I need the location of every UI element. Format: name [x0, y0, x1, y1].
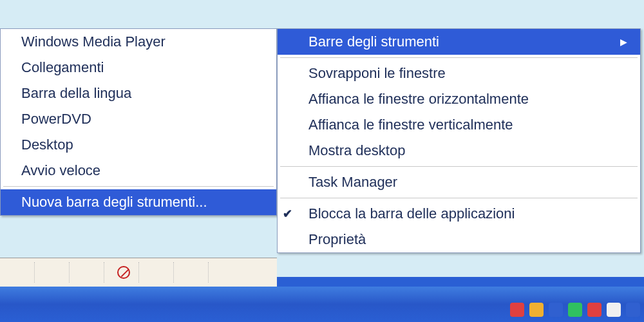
menu-item-label: Barra della lingua	[21, 85, 131, 102]
menu-separator	[280, 166, 638, 167]
menu-item-toolbars[interactable]: Barre degli strumenti ▶	[278, 29, 640, 55]
menu-item-label: Barre degli strumenti	[308, 33, 439, 50]
submenu-item-language-bar[interactable]: Barra della lingua	[1, 80, 276, 106]
tray-icon[interactable]	[607, 303, 621, 317]
submenu-item-desktop[interactable]: Desktop	[1, 132, 276, 158]
menu-item-label: Proprietà	[308, 231, 366, 248]
quicklaunch-cell[interactable]	[143, 262, 174, 283]
check-icon: ✔	[283, 207, 292, 221]
menu-item-label: Collegamenti	[21, 59, 104, 76]
menu-separator	[280, 57, 638, 58]
menu-item-task-manager[interactable]: Task Manager	[278, 169, 640, 195]
tray-icon[interactable]	[510, 303, 524, 317]
menu-item-label: Desktop	[21, 137, 73, 153]
quicklaunch-cell[interactable]	[108, 262, 139, 283]
blocked-icon	[117, 266, 130, 279]
menu-item-lock-taskbar[interactable]: ✔ Blocca la barra delle applicazioni	[278, 201, 640, 227]
system-tray[interactable]	[510, 303, 640, 317]
menu-item-show-desktop[interactable]: Mostra desktop	[278, 138, 640, 164]
menu-item-label: Sovrapponi le finestre	[308, 65, 446, 82]
tray-icon[interactable]	[587, 303, 601, 317]
submenu-item-new-toolbar[interactable]: Nuova barra degli strumenti...	[1, 189, 276, 215]
menu-item-label: Affianca le finestre verticalmente	[308, 117, 513, 133]
menu-item-label: Mostra desktop	[308, 142, 405, 159]
menu-separator	[3, 186, 274, 187]
menu-item-label: Windows Media Player	[21, 33, 166, 50]
menu-item-properties[interactable]: Proprietà	[278, 227, 640, 252]
quicklaunch-cell[interactable]	[178, 262, 209, 283]
taskbar[interactable]	[0, 287, 644, 322]
tray-icon[interactable]	[568, 303, 582, 317]
menu-item-tile-vertical[interactable]: Affianca le finestre verticalmente	[278, 112, 640, 138]
submenu-arrow-icon: ▶	[601, 37, 627, 47]
taskbar-context-menu: Barre degli strumenti ▶ Sovrapponi le fi…	[277, 28, 641, 253]
menu-item-label: Task Manager	[308, 174, 397, 191]
menu-item-label: PowerDVD	[21, 111, 91, 128]
menu-item-label: Blocca la barra delle applicazioni	[308, 205, 515, 222]
submenu-item-quicklaunch[interactable]: Avvio veloce	[1, 158, 276, 184]
submenu-item-links[interactable]: Collegamenti	[1, 55, 276, 80]
quicklaunch-strip	[0, 258, 277, 287]
tray-icon[interactable]	[549, 303, 563, 317]
quicklaunch-cell[interactable]	[39, 262, 70, 283]
menu-item-label: Affianca le finestre orizzontalmente	[308, 91, 529, 108]
menu-item-tile-horizontal[interactable]: Affianca le finestre orizzontalmente	[278, 86, 640, 112]
toolbars-submenu: Windows Media Player Collegamenti Barra …	[0, 28, 277, 216]
tray-icon[interactable]	[626, 303, 640, 317]
tray-icon[interactable]	[529, 303, 544, 317]
menu-item-label: Avvio veloce	[21, 162, 100, 179]
menu-item-label: Nuova barra degli strumenti...	[21, 194, 207, 211]
menu-item-cascade[interactable]: Sovrapponi le finestre	[278, 61, 640, 86]
menu-separator	[280, 198, 638, 198]
submenu-item-wmp[interactable]: Windows Media Player	[1, 29, 276, 55]
quicklaunch-cell[interactable]	[4, 262, 35, 283]
quicklaunch-cell[interactable]	[73, 262, 104, 283]
submenu-item-powerdvd[interactable]: PowerDVD	[1, 106, 276, 132]
